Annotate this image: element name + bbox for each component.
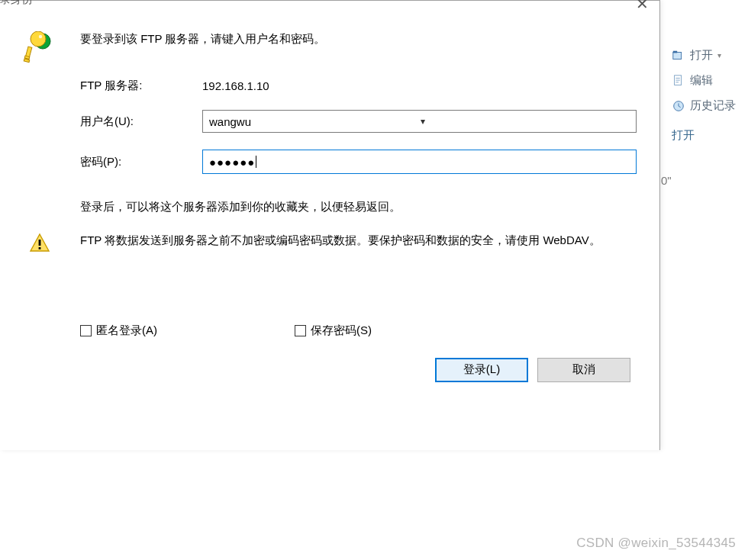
svg-rect-12 <box>39 247 41 249</box>
history-icon <box>672 99 685 113</box>
save-password-label: 保存密码(S) <box>311 323 372 338</box>
checkbox-box <box>80 325 92 336</box>
svg-rect-0 <box>673 52 682 59</box>
side-open2[interactable]: 打开 <box>672 123 748 148</box>
svg-rect-1 <box>673 50 677 53</box>
username-label: 用户名(U): <box>80 114 202 129</box>
open-icon <box>672 49 685 63</box>
side-history-label: 历史记录 <box>690 98 736 113</box>
background-fragment: 0" <box>661 174 672 187</box>
username-combobox[interactable]: wangwu ▾ <box>202 110 637 133</box>
instruction-text: 要登录到该 FTP 服务器，请键入用户名和密码。 <box>80 30 637 48</box>
text-caret <box>256 156 256 168</box>
cancel-button[interactable]: 取消 <box>537 358 630 382</box>
password-value: ●●●●●● <box>209 156 255 169</box>
save-password-checkbox[interactable]: 保存密码(S) <box>295 323 372 338</box>
anonymous-checkbox[interactable]: 匿名登录(A) <box>80 323 157 338</box>
side-edit-label: 编辑 <box>690 73 713 88</box>
ftp-login-dialog: 录身仂 ✕ 要登录到该 FTP 服务器，请键入用户名和密码。 FTP 服务器: <box>0 0 660 450</box>
side-open-chevron: ▾ <box>717 51 721 60</box>
cancel-button-label: 取消 <box>572 362 595 377</box>
login-button-label: 登录(L) <box>463 362 500 377</box>
info-text: 登录后，可以将这个服务器添加到你的收藏夹，以便轻易返回。 <box>23 197 637 217</box>
side-history[interactable]: 历史记录 <box>672 93 748 118</box>
svg-point-7 <box>39 35 42 38</box>
warning-icon <box>29 233 50 253</box>
side-panel: 打开 ▾ 编辑 历史记录 打开 <box>672 43 748 148</box>
side-edit[interactable]: 编辑 <box>672 68 748 93</box>
side-open2-label: 打开 <box>672 128 695 143</box>
username-value: wangwu <box>209 115 421 128</box>
edit-icon <box>672 74 685 88</box>
dialog-title: 录身仂 <box>0 0 32 7</box>
svg-rect-11 <box>39 240 41 246</box>
side-open-label: 打开 <box>690 48 713 63</box>
anonymous-label: 匿名登录(A) <box>96 323 157 338</box>
server-value: 192.168.1.10 <box>202 79 637 92</box>
checkbox-box <box>295 325 306 336</box>
server-label: FTP 服务器: <box>80 79 202 93</box>
password-input[interactable]: ●●●●●● <box>202 150 637 174</box>
password-label: 密码(P): <box>80 155 202 169</box>
svg-point-6 <box>31 31 46 47</box>
watermark: CSDN @weixin_53544345 <box>576 536 736 551</box>
side-open[interactable]: 打开 ▾ <box>672 43 748 68</box>
keys-icon <box>23 31 53 63</box>
chevron-down-icon: ▾ <box>421 116 632 127</box>
login-button[interactable]: 登录(L) <box>435 358 528 382</box>
close-icon[interactable]: ✕ <box>636 0 649 13</box>
warning-text: FTP 将数据发送到服务器之前不加密或编码密码或数据。要保护密码和数据的安全，请… <box>80 230 637 255</box>
titlebar: 录身仂 ✕ <box>0 1 659 7</box>
